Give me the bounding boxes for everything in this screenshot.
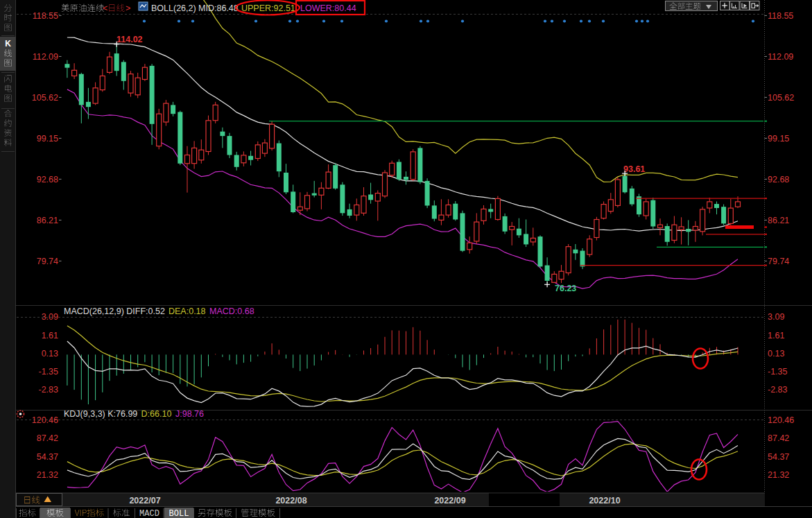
svg-text:114.02: 114.02 xyxy=(116,35,143,44)
svg-text:21.32: 21.32 xyxy=(768,470,789,480)
svg-text:0.13: 0.13 xyxy=(42,349,58,359)
svg-text:99.15: 99.15 xyxy=(768,134,789,144)
svg-text:86.21: 86.21 xyxy=(37,216,58,225)
svg-text:MACD:0.68: MACD:0.68 xyxy=(209,307,254,316)
svg-text:87.42: 87.42 xyxy=(768,433,789,443)
svg-text:54.37: 54.37 xyxy=(768,452,789,462)
svg-text:2022/07: 2022/07 xyxy=(129,496,160,506)
svg-text:54.37: 54.37 xyxy=(37,452,58,462)
svg-text:-1.35: -1.35 xyxy=(39,367,59,377)
svg-text:2022/10: 2022/10 xyxy=(589,496,620,506)
svg-text:-2.83: -2.83 xyxy=(39,385,59,395)
svg-text:79.74: 79.74 xyxy=(37,257,58,266)
svg-text:J:98.76: J:98.76 xyxy=(175,409,204,419)
svg-text:120.46: 120.46 xyxy=(768,415,794,425)
svg-text:2022/08: 2022/08 xyxy=(275,496,306,506)
svg-text:118.55: 118.55 xyxy=(768,11,793,21)
svg-text:-2.83: -2.83 xyxy=(768,385,788,395)
svg-text:<: < xyxy=(103,3,107,13)
svg-text:105.62: 105.62 xyxy=(768,93,794,103)
svg-text:1.61: 1.61 xyxy=(42,331,58,340)
svg-text:120.46: 120.46 xyxy=(32,415,58,425)
svg-text:21.32: 21.32 xyxy=(37,470,58,480)
svg-text:UPPER:92.51: UPPER:92.51 xyxy=(241,3,295,13)
svg-text:2022/09: 2022/09 xyxy=(434,496,465,506)
svg-text:0.13: 0.13 xyxy=(768,349,784,359)
svg-text:112.09: 112.09 xyxy=(33,52,58,62)
svg-text:KDJ(9,3,3) K:76.99: KDJ(9,3,3) K:76.99 xyxy=(64,409,137,419)
svg-text:112.09: 112.09 xyxy=(768,52,793,62)
svg-text:86.21: 86.21 xyxy=(768,216,789,225)
svg-text:LOWER:80.44: LOWER:80.44 xyxy=(300,3,356,13)
svg-text:92.68: 92.68 xyxy=(768,175,789,184)
svg-text:BOLL: BOLL xyxy=(169,509,189,518)
svg-text:92.68: 92.68 xyxy=(37,175,58,184)
svg-text:MACD: MACD xyxy=(139,509,159,518)
svg-text:3.09: 3.09 xyxy=(768,312,784,322)
svg-text:D:66.10: D:66.10 xyxy=(141,409,172,419)
svg-text:1.61: 1.61 xyxy=(768,331,784,340)
svg-text:K: K xyxy=(5,39,11,49)
svg-text:>: > xyxy=(126,3,130,13)
svg-text:BOLL(26,2) MID:86.48: BOLL(26,2) MID:86.48 xyxy=(151,3,239,13)
svg-text:-1.35: -1.35 xyxy=(768,367,788,377)
svg-text:118.55: 118.55 xyxy=(33,11,58,21)
svg-text:87.42: 87.42 xyxy=(37,433,58,443)
svg-text:3.09: 3.09 xyxy=(42,312,58,322)
svg-text:MACD(26,12,9) DIFF:0.52: MACD(26,12,9) DIFF:0.52 xyxy=(64,307,165,316)
svg-text:76.23: 76.23 xyxy=(555,284,576,293)
svg-text:99.15: 99.15 xyxy=(37,134,58,144)
svg-text:DEA:0.18: DEA:0.18 xyxy=(169,307,206,316)
svg-text:79.74: 79.74 xyxy=(768,257,789,266)
svg-text:93.61: 93.61 xyxy=(623,164,645,174)
svg-text:105.62: 105.62 xyxy=(32,93,58,103)
